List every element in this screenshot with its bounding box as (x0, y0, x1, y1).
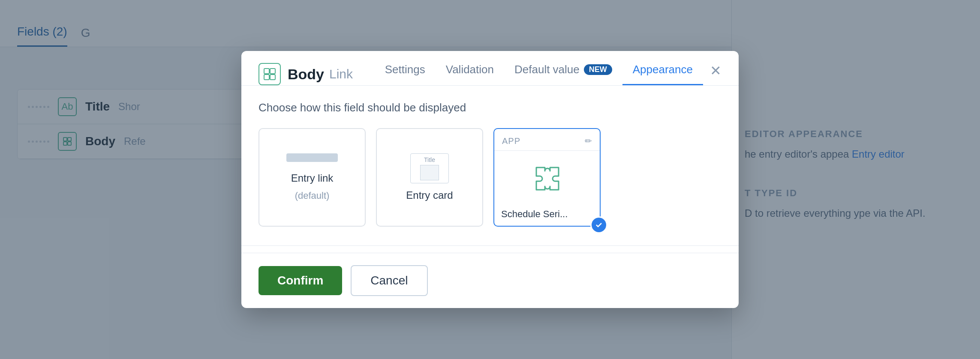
app-label: APP (502, 136, 520, 146)
modal-description: Choose how this field should be displaye… (259, 101, 721, 114)
option-schedule-seri[interactable]: APP ✏ Schedule Seri... (493, 128, 601, 227)
svg-rect-7 (270, 75, 275, 80)
entry-link-sublabel: (default) (295, 190, 330, 201)
tab-appearance[interactable]: Appearance (622, 63, 703, 85)
entry-link-label: Entry link (291, 172, 334, 184)
modal-subtitle: Link (329, 67, 353, 81)
entry-title-bar (286, 153, 338, 162)
entry-card-label: Entry card (406, 189, 453, 201)
options-grid: Entry link (default) Title Entry card (259, 128, 721, 227)
modal-divider (241, 245, 739, 246)
schedule-card-top: APP ✏ (494, 129, 600, 151)
option-entry-card[interactable]: Title Entry card (376, 128, 483, 227)
modal-tabs: Settings Validation Default value NEW Ap… (375, 63, 721, 85)
modal-body: Choose how this field should be displaye… (241, 86, 739, 245)
entry-card-preview: Title (410, 153, 449, 183)
edit-icon[interactable]: ✏ (585, 136, 592, 146)
svg-rect-4 (264, 69, 269, 74)
entry-link-preview (286, 153, 338, 164)
modal: Body Link Settings Validation Default va… (241, 51, 739, 308)
selected-check-badge (590, 216, 607, 233)
puzzle-icon (532, 163, 562, 193)
confirm-button[interactable]: Confirm (259, 266, 342, 295)
modal-header: Body Link Settings Validation Default va… (241, 51, 739, 86)
svg-rect-6 (264, 75, 269, 80)
schedule-seri-label: Schedule Seri... (494, 205, 600, 226)
tab-validation[interactable]: Validation (436, 63, 504, 85)
modal-field-icon (259, 63, 281, 85)
modal-overlay: Body Link Settings Validation Default va… (0, 0, 980, 359)
modal-footer: Confirm Cancel (241, 253, 739, 308)
close-button[interactable]: ✕ (710, 64, 721, 85)
svg-rect-5 (270, 69, 275, 74)
cancel-button[interactable]: Cancel (351, 265, 427, 296)
tab-default-value[interactable]: Default value NEW (504, 63, 622, 85)
schedule-card-body (494, 151, 600, 205)
new-badge: NEW (584, 64, 612, 75)
modal-title: Body (288, 66, 324, 83)
option-entry-link[interactable]: Entry link (default) (259, 128, 366, 227)
tab-settings[interactable]: Settings (375, 63, 436, 85)
